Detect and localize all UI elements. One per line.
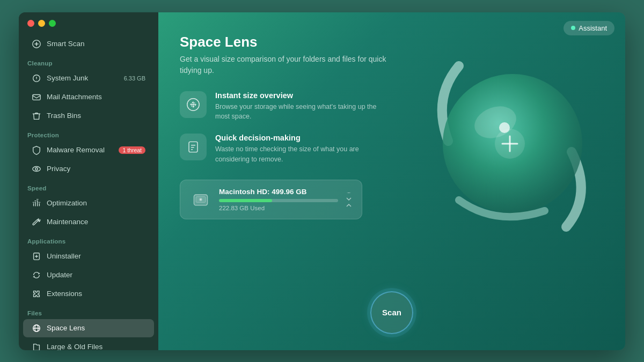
quick-decision-title: Quick decision-making [215,134,387,142]
system-junk-icon [32,73,41,83]
sidebar-smart-scan-label: Smart Scan [47,40,85,48]
updater-label: Updater [47,271,72,279]
maximize-button[interactable] [49,20,56,27]
section-applications: Applications [19,232,158,247]
trash-bins-label: Trash Bins [47,112,81,120]
updater-icon [32,270,41,280]
top-bar: Assistant [564,21,614,35]
titlebar [19,12,158,32]
disk-used-label: 222.83 GB Used [219,205,338,211]
sidebar: Smart Scan Cleanup System Junk 6.33 GB [19,12,158,350]
sidebar-item-malware-removal[interactable]: Malware Removal 1 threat [23,141,154,159]
quick-decision-desc: Waste no time checking the size of what … [215,144,387,165]
system-junk-badge: 6.33 GB [124,75,145,82]
svg-point-3 [33,166,40,171]
scan-button-container: Scan [370,291,413,334]
sidebar-item-mail-attachments[interactable]: Mail Attachments [23,88,154,106]
uninstaller-icon [32,252,41,261]
instant-size-icon [180,91,207,118]
section-protection: Protection [19,125,158,141]
space-lens-icon [32,323,41,333]
system-junk-label: System Junk [47,74,88,82]
sidebar-content: Smart Scan Cleanup System Junk 6.33 GB [19,32,158,350]
trash-icon [32,111,41,121]
assistant-label: Assistant [579,24,607,32]
disk-usage-bar [219,199,338,202]
sidebar-item-optimization[interactable]: Optimization [23,194,154,212]
space-lens-label: Space Lens [47,324,85,332]
disk-info: Macintosh HD: 499.96 GB 222.83 GB Used [219,188,338,211]
smart-scan-icon [32,39,41,49]
disk-card[interactable]: Macintosh HD: 499.96 GB 222.83 GB Used [180,180,362,219]
scan-button-label: Scan [382,308,401,317]
privacy-label: Privacy [47,165,70,173]
app-window: Smart Scan Cleanup System Junk 6.33 GB [19,12,625,350]
feature-quick-decision: Quick decision-making Waste no time chec… [180,134,604,165]
disk-name: Macintosh HD: 499.96 GB [219,188,338,196]
disk-drive-icon [190,189,211,210]
maintenance-label: Maintenance [47,218,88,226]
optimization-icon [32,198,41,208]
uninstaller-label: Uninstaller [47,252,81,260]
minimize-button[interactable] [38,20,45,27]
close-button[interactable] [27,20,34,27]
sidebar-item-trash-bins[interactable]: Trash Bins [23,107,154,125]
maintenance-icon [32,217,41,227]
disk-chevron-icon [346,192,352,207]
sidebar-item-large-old-files[interactable]: Large & Old Files [23,338,154,350]
scan-button[interactable]: Scan [370,291,413,334]
privacy-icon [32,164,41,174]
section-speed: Speed [19,179,158,194]
sidebar-item-uninstaller[interactable]: Uninstaller [23,247,154,265]
svg-point-23 [200,199,201,200]
sidebar-item-maintenance[interactable]: Maintenance [23,213,154,231]
svg-point-4 [35,167,38,170]
instant-size-title: Instant size overview [215,91,387,100]
disk-usage-fill [219,199,272,202]
mail-icon [32,92,41,102]
quick-decision-text: Quick decision-making Waste no time chec… [215,134,387,165]
feature-instant-size: Instant size overview Browse your storag… [180,91,604,122]
sidebar-item-extensions[interactable]: Extensions [23,285,154,303]
svg-rect-16 [189,142,197,152]
main-content: Assistant Space Lens Get a visual size c… [158,12,625,350]
section-cleanup: Cleanup [19,54,158,69]
page-title: Space Lens [180,34,604,50]
sidebar-item-space-lens[interactable]: Space Lens [23,319,154,337]
instant-size-desc: Browse your storage while seeing what's … [215,102,387,122]
page-subtitle: Get a visual size comparison of your fol… [180,54,394,76]
svg-rect-2 [33,94,40,100]
sidebar-item-smart-scan[interactable]: Smart Scan [23,35,154,53]
sidebar-item-privacy[interactable]: Privacy [23,160,154,178]
malware-threat-badge: 1 threat [119,146,145,154]
assistant-button[interactable]: Assistant [564,21,614,35]
malware-icon [32,145,41,155]
features-list: Instant size overview Browse your storag… [180,91,604,165]
large-old-files-label: Large & Old Files [47,343,103,350]
quick-decision-icon [180,134,207,160]
content-area: Space Lens Get a visual size comparison … [180,34,604,334]
sidebar-item-updater[interactable]: Updater [23,266,154,284]
extensions-label: Extensions [47,290,82,298]
malware-removal-label: Malware Removal [47,146,105,154]
optimization-label: Optimization [47,199,87,207]
section-files: Files [19,304,158,319]
extensions-icon [32,289,41,299]
large-old-files-icon [32,342,41,350]
sidebar-item-system-junk[interactable]: System Junk 6.33 GB [23,69,154,87]
mail-attachments-label: Mail Attachments [47,93,102,101]
instant-size-text: Instant size overview Browse your storag… [215,91,387,122]
assistant-status-dot [571,26,575,30]
